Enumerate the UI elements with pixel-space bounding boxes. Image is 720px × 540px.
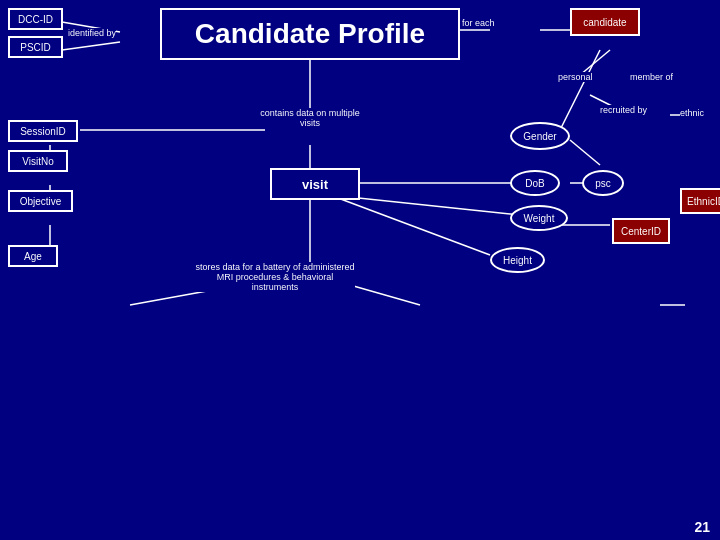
personal-label: personal: [558, 72, 593, 82]
visit-no-node: VisitNo: [8, 150, 68, 172]
page-number: 21: [694, 519, 710, 535]
pscid-node: PSCID: [8, 36, 63, 58]
objective-node-left: Objective: [8, 190, 73, 212]
svg-line-20: [570, 140, 600, 165]
ethnic-id-node: EthnicID: [680, 188, 720, 214]
page-title: Candidate Profile: [160, 8, 460, 60]
member-of-label: member of: [630, 72, 673, 82]
identified-by-label: identified by: [68, 28, 116, 38]
table-area: MRI procedures behavioral battery of ins…: [0, 320, 720, 540]
height-node: Height: [490, 247, 545, 273]
weight-node: Weight: [510, 205, 568, 231]
dob-node: DoB: [510, 170, 560, 196]
ethnic-label: ethnic: [680, 108, 704, 118]
psc-node: psc: [582, 170, 624, 196]
visit-diamond: visit: [270, 168, 360, 200]
svg-line-9: [560, 50, 600, 130]
recruited-by-label: recruited by: [600, 105, 647, 115]
age-node: Age: [8, 245, 58, 267]
center-id-node: CenterID: [612, 218, 670, 244]
stores-battery-label: stores data for a battery of administere…: [195, 262, 355, 292]
dccid-node: DCC-ID: [8, 8, 63, 30]
gender-node: Gender: [510, 122, 570, 150]
svg-line-1: [62, 42, 120, 50]
svg-line-18: [330, 195, 490, 255]
session-id-node: SessionID: [8, 120, 78, 142]
for-each-label: for each: [462, 18, 495, 28]
contains-visits-label: contains data on multiple visits: [260, 108, 360, 128]
svg-line-23: [350, 285, 420, 305]
candidate-node: candidate: [570, 8, 640, 36]
